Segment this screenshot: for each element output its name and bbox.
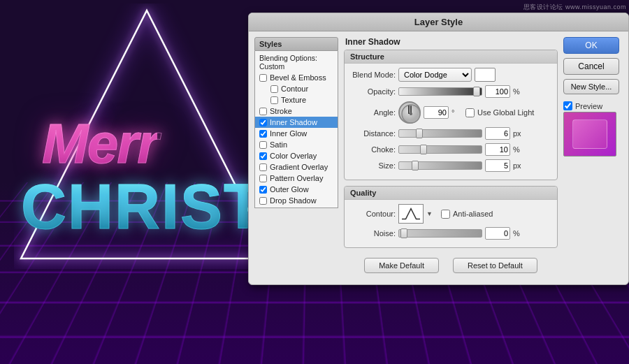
- svg-point-3: [410, 112, 412, 115]
- preview-area: Preview: [563, 101, 623, 156]
- choke-unit: %: [513, 145, 524, 154]
- inner-shadow-checkbox[interactable]: [259, 119, 267, 126]
- reset-to-default-button[interactable]: Reset to Default: [453, 258, 537, 273]
- anti-aliased-text: Anti-aliased: [453, 210, 493, 218]
- style-item-blending-options[interactable]: Blending Options: Custom: [255, 52, 338, 72]
- noise-slider[interactable]: [398, 229, 482, 238]
- gradient-overlay-checkbox[interactable]: [259, 163, 267, 171]
- noise-label: Noise:: [350, 229, 396, 238]
- choke-input[interactable]: 10: [485, 143, 510, 156]
- choke-thumb[interactable]: [420, 145, 427, 154]
- dialog-titlebar: Layer Style: [249, 13, 628, 31]
- angle-dial[interactable]: [398, 101, 421, 124]
- use-global-light-checkbox[interactable]: [465, 108, 475, 117]
- stroke-label: Stroke: [270, 107, 292, 115]
- anti-aliased-checkbox[interactable]: [441, 210, 450, 219]
- contour-label: Contour: [281, 85, 308, 93]
- noise-thumb[interactable]: [400, 228, 407, 238]
- opacity-thumb[interactable]: [473, 87, 480, 96]
- size-slider[interactable]: [398, 161, 482, 170]
- bevel-emboss-label: Bevel & Emboss: [270, 73, 326, 82]
- dialog-title: Layer Style: [414, 17, 463, 27]
- style-item-stroke[interactable]: Stroke: [255, 105, 338, 117]
- blending-options-label: Blending Options: Custom: [259, 54, 333, 71]
- anti-aliased-label[interactable]: Anti-aliased: [441, 210, 493, 219]
- choke-label: Choke:: [350, 145, 396, 154]
- quality-section: Quality Contour: ▼: [344, 186, 558, 248]
- texture-label: Texture: [281, 96, 306, 104]
- style-item-inner-shadow[interactable]: Inner Shadow: [255, 117, 338, 128]
- noise-input[interactable]: 0: [485, 227, 510, 240]
- drop-shadow-label: Drop Shadow: [270, 196, 317, 205]
- preview-label: Preview: [563, 101, 623, 110]
- satin-checkbox[interactable]: [259, 141, 267, 149]
- angle-input[interactable]: 90: [424, 106, 449, 119]
- style-item-bevel-emboss[interactable]: Bevel & Emboss: [255, 72, 338, 83]
- main-panel: Inner Shadow Structure Blend Mode: Color…: [344, 37, 558, 279]
- opacity-label: Opacity:: [350, 87, 396, 96]
- angle-row: Angle:: [350, 101, 551, 124]
- ok-button[interactable]: OK: [563, 37, 619, 54]
- style-item-outer-glow[interactable]: Outer Glow: [255, 184, 338, 195]
- choke-row: Choke: 10 %: [350, 143, 551, 156]
- distance-thumb[interactable]: [416, 129, 423, 138]
- preview-checkbox[interactable]: [563, 101, 572, 110]
- style-item-texture[interactable]: Texture: [255, 94, 338, 105]
- texture-checkbox[interactable]: [270, 96, 278, 104]
- style-item-color-overlay[interactable]: Color Overlay: [255, 150, 338, 161]
- cancel-button[interactable]: Cancel: [563, 58, 619, 75]
- color-overlay-label: Color Overlay: [270, 152, 317, 160]
- style-item-inner-glow[interactable]: Inner Glow: [255, 128, 338, 139]
- outer-glow-checkbox[interactable]: [259, 186, 267, 194]
- size-thumb[interactable]: [412, 161, 419, 170]
- opacity-row: Opacity: 100 %: [350, 85, 551, 98]
- style-item-contour[interactable]: Contour: [255, 83, 338, 94]
- size-unit: px: [513, 161, 524, 170]
- choke-slider[interactable]: [398, 145, 482, 154]
- make-default-button[interactable]: Make Default: [364, 258, 439, 273]
- new-style-button[interactable]: New Style...: [563, 79, 619, 94]
- contour-label: Contour:: [350, 210, 396, 218]
- style-item-gradient-overlay[interactable]: Gradient Overlay: [255, 161, 338, 173]
- size-input[interactable]: 5: [485, 159, 510, 172]
- contour-thumbnail[interactable]: [398, 204, 424, 224]
- structure-section: Structure Blend Mode: Color Dodge Normal…: [344, 50, 558, 180]
- styles-panel: Styles Blending Options: Custom Bevel & …: [254, 37, 338, 279]
- preview-inner: [572, 119, 607, 149]
- contour-checkbox[interactable]: [270, 85, 278, 93]
- contour-arrow[interactable]: ▼: [426, 210, 433, 217]
- christmas-text: CHRIST: [21, 171, 263, 243]
- blend-mode-select[interactable]: Color Dodge Normal Multiply Screen: [398, 68, 472, 82]
- buttons-panel: OK Cancel New Style... Preview: [563, 37, 623, 279]
- stroke-checkbox[interactable]: [259, 108, 267, 115]
- inner-shadow-label: Inner Shadow: [270, 118, 317, 126]
- gradient-overlay-label: Gradient Overlay: [270, 163, 328, 171]
- pattern-overlay-checkbox[interactable]: [259, 175, 267, 182]
- use-global-light-label[interactable]: Use Global Light: [465, 108, 534, 117]
- use-global-light-text: Use Global Light: [477, 108, 534, 117]
- style-item-satin[interactable]: Satin: [255, 139, 338, 150]
- noise-unit: %: [513, 229, 524, 238]
- dialog-body: Styles Blending Options: Custom Bevel & …: [249, 31, 628, 284]
- blend-mode-color-swatch[interactable]: [475, 68, 496, 82]
- blend-mode-label: Blend Mode:: [350, 71, 396, 79]
- distance-slider[interactable]: [398, 129, 482, 138]
- contour-row: Contour: ▼ Anti-aliased: [350, 204, 551, 224]
- drop-shadow-checkbox[interactable]: [259, 197, 267, 205]
- watermark: 思客设计论坛 www.missyuan.com: [523, 3, 626, 12]
- distance-unit: px: [513, 129, 524, 138]
- color-overlay-checkbox[interactable]: [259, 152, 267, 160]
- preview-box: [563, 112, 616, 156]
- opacity-slider[interactable]: [398, 87, 482, 96]
- opacity-input[interactable]: 100: [485, 85, 510, 98]
- distance-input[interactable]: 6: [485, 127, 510, 140]
- style-item-pattern-overlay[interactable]: Pattern Overlay: [255, 173, 338, 184]
- inner-glow-label: Inner Glow: [270, 129, 307, 138]
- structure-content: Blend Mode: Color Dodge Normal Multiply …: [345, 64, 557, 180]
- bevel-emboss-checkbox[interactable]: [259, 74, 267, 82]
- style-item-drop-shadow[interactable]: Drop Shadow: [255, 195, 338, 206]
- quality-label: Quality: [345, 187, 557, 200]
- size-label: Size:: [350, 161, 396, 170]
- preview-text: Preview: [575, 102, 602, 110]
- inner-glow-checkbox[interactable]: [259, 130, 267, 138]
